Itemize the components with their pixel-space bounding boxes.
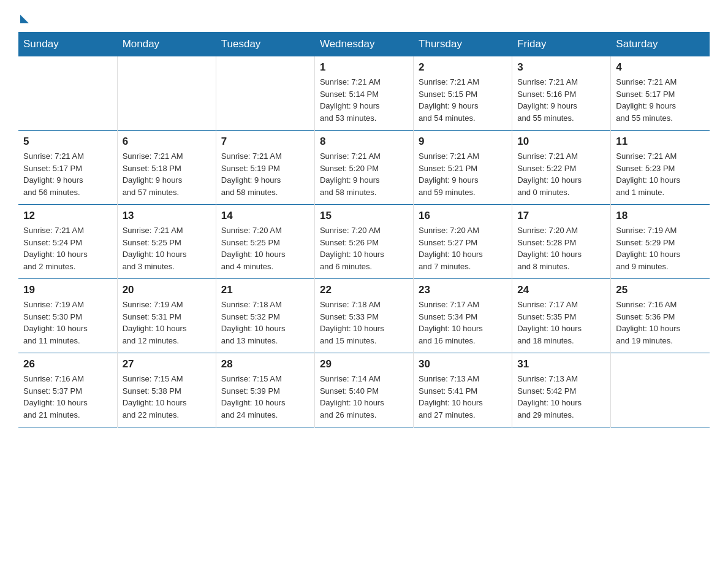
calendar-cell: 8Sunrise: 7:21 AMSunset: 5:20 PMDaylight…	[314, 131, 413, 205]
day-number: 14	[221, 210, 309, 222]
day-number: 30	[419, 358, 507, 370]
day-info: Sunrise: 7:18 AMSunset: 5:32 PMDaylight:…	[221, 299, 309, 347]
day-info: Sunrise: 7:21 AMSunset: 5:22 PMDaylight:…	[517, 150, 605, 198]
day-number: 18	[616, 210, 705, 222]
calendar-table: SundayMondayTuesdayWednesdayThursdayFrid…	[18, 32, 710, 427]
day-info: Sunrise: 7:21 AMSunset: 5:17 PMDaylight:…	[616, 76, 705, 124]
logo-arrow-icon	[20, 15, 29, 23]
day-info: Sunrise: 7:19 AMSunset: 5:30 PMDaylight:…	[23, 299, 112, 347]
day-info: Sunrise: 7:20 AMSunset: 5:27 PMDaylight:…	[419, 224, 507, 272]
calendar-cell: 23Sunrise: 7:17 AMSunset: 5:34 PMDayligh…	[414, 279, 512, 353]
calendar-cell: 2Sunrise: 7:21 AMSunset: 5:15 PMDaylight…	[414, 56, 512, 131]
day-info: Sunrise: 7:18 AMSunset: 5:33 PMDaylight:…	[320, 299, 408, 347]
calendar-cell: 11Sunrise: 7:21 AMSunset: 5:23 PMDayligh…	[611, 131, 710, 205]
day-number: 23	[419, 284, 507, 296]
calendar-cell: 1Sunrise: 7:21 AMSunset: 5:14 PMDaylight…	[314, 56, 413, 131]
calendar-week-2: 5Sunrise: 7:21 AMSunset: 5:17 PMDaylight…	[18, 131, 710, 205]
calendar-week-5: 26Sunrise: 7:16 AMSunset: 5:37 PMDayligh…	[18, 353, 710, 427]
day-number: 21	[221, 284, 309, 296]
day-number: 17	[517, 210, 605, 222]
day-info: Sunrise: 7:14 AMSunset: 5:40 PMDaylight:…	[320, 373, 408, 421]
day-number: 25	[616, 284, 705, 296]
day-info: Sunrise: 7:21 AMSunset: 5:15 PMDaylight:…	[419, 76, 507, 124]
calendar-week-1: 1Sunrise: 7:21 AMSunset: 5:14 PMDaylight…	[18, 56, 710, 131]
calendar-cell: 27Sunrise: 7:15 AMSunset: 5:38 PMDayligh…	[117, 353, 216, 427]
day-info: Sunrise: 7:13 AMSunset: 5:42 PMDaylight:…	[517, 373, 605, 421]
day-info: Sunrise: 7:21 AMSunset: 5:23 PMDaylight:…	[616, 150, 705, 198]
calendar-cell: 31Sunrise: 7:13 AMSunset: 5:42 PMDayligh…	[512, 353, 611, 427]
calendar-cell: 9Sunrise: 7:21 AMSunset: 5:21 PMDaylight…	[414, 131, 512, 205]
calendar-cell: 22Sunrise: 7:18 AMSunset: 5:33 PMDayligh…	[314, 279, 413, 353]
day-info: Sunrise: 7:20 AMSunset: 5:28 PMDaylight:…	[517, 224, 605, 272]
calendar-cell: 3Sunrise: 7:21 AMSunset: 5:16 PMDaylight…	[512, 56, 611, 131]
calendar-cell: 10Sunrise: 7:21 AMSunset: 5:22 PMDayligh…	[512, 131, 611, 205]
day-number: 7	[221, 136, 309, 148]
day-number: 27	[123, 358, 211, 370]
column-header-sunday: Sunday	[18, 32, 117, 56]
calendar-cell: 14Sunrise: 7:20 AMSunset: 5:25 PMDayligh…	[216, 205, 314, 279]
calendar-cell: 29Sunrise: 7:14 AMSunset: 5:40 PMDayligh…	[314, 353, 413, 427]
day-number: 16	[419, 210, 507, 222]
calendar-cell: 30Sunrise: 7:13 AMSunset: 5:41 PMDayligh…	[414, 353, 512, 427]
day-number: 2	[419, 61, 507, 74]
day-number: 9	[419, 136, 507, 148]
column-header-friday: Friday	[512, 32, 611, 56]
column-header-wednesday: Wednesday	[314, 32, 413, 56]
calendar-cell: 18Sunrise: 7:19 AMSunset: 5:29 PMDayligh…	[611, 205, 710, 279]
calendar-cell: 24Sunrise: 7:17 AMSunset: 5:35 PMDayligh…	[512, 279, 611, 353]
calendar-week-3: 12Sunrise: 7:21 AMSunset: 5:24 PMDayligh…	[18, 205, 710, 279]
calendar-cell: 4Sunrise: 7:21 AMSunset: 5:17 PMDaylight…	[611, 56, 710, 131]
day-number: 6	[123, 136, 211, 148]
day-number: 13	[123, 210, 211, 222]
day-number: 10	[517, 136, 605, 148]
calendar-cell: 28Sunrise: 7:15 AMSunset: 5:39 PMDayligh…	[216, 353, 314, 427]
calendar-cell: 12Sunrise: 7:21 AMSunset: 5:24 PMDayligh…	[18, 205, 117, 279]
day-info: Sunrise: 7:21 AMSunset: 5:19 PMDaylight:…	[221, 150, 309, 198]
column-header-thursday: Thursday	[414, 32, 512, 56]
day-number: 20	[123, 284, 211, 296]
column-header-tuesday: Tuesday	[216, 32, 314, 56]
day-number: 11	[616, 136, 705, 148]
day-number: 15	[320, 210, 408, 222]
calendar-cell: 6Sunrise: 7:21 AMSunset: 5:18 PMDaylight…	[117, 131, 216, 205]
day-number: 4	[616, 61, 705, 74]
column-header-monday: Monday	[117, 32, 216, 56]
calendar-cell: 5Sunrise: 7:21 AMSunset: 5:17 PMDaylight…	[18, 131, 117, 205]
page-header	[18, 12, 710, 21]
day-number: 8	[320, 136, 408, 148]
calendar-cell	[216, 56, 314, 131]
calendar-cell	[18, 56, 117, 131]
day-info: Sunrise: 7:15 AMSunset: 5:39 PMDaylight:…	[221, 373, 309, 421]
day-info: Sunrise: 7:19 AMSunset: 5:29 PMDaylight:…	[616, 224, 705, 272]
day-info: Sunrise: 7:17 AMSunset: 5:35 PMDaylight:…	[517, 299, 605, 347]
calendar-cell: 19Sunrise: 7:19 AMSunset: 5:30 PMDayligh…	[18, 279, 117, 353]
day-number: 19	[23, 284, 112, 296]
calendar-cell: 17Sunrise: 7:20 AMSunset: 5:28 PMDayligh…	[512, 205, 611, 279]
column-header-saturday: Saturday	[611, 32, 710, 56]
day-info: Sunrise: 7:17 AMSunset: 5:34 PMDaylight:…	[419, 299, 507, 347]
day-number: 31	[517, 358, 605, 370]
day-number: 1	[320, 61, 408, 74]
day-number: 24	[517, 284, 605, 296]
day-info: Sunrise: 7:16 AMSunset: 5:36 PMDaylight:…	[616, 299, 705, 347]
calendar-cell: 20Sunrise: 7:19 AMSunset: 5:31 PMDayligh…	[117, 279, 216, 353]
calendar-cell: 15Sunrise: 7:20 AMSunset: 5:26 PMDayligh…	[314, 205, 413, 279]
calendar-cell: 13Sunrise: 7:21 AMSunset: 5:25 PMDayligh…	[117, 205, 216, 279]
day-info: Sunrise: 7:21 AMSunset: 5:16 PMDaylight:…	[517, 76, 605, 124]
day-info: Sunrise: 7:21 AMSunset: 5:24 PMDaylight:…	[23, 224, 112, 272]
day-info: Sunrise: 7:21 AMSunset: 5:21 PMDaylight:…	[419, 150, 507, 198]
calendar-cell: 25Sunrise: 7:16 AMSunset: 5:36 PMDayligh…	[611, 279, 710, 353]
day-info: Sunrise: 7:13 AMSunset: 5:41 PMDaylight:…	[419, 373, 507, 421]
day-number: 3	[517, 61, 605, 74]
day-number: 5	[23, 136, 112, 148]
day-info: Sunrise: 7:20 AMSunset: 5:26 PMDaylight:…	[320, 224, 408, 272]
day-number: 28	[221, 358, 309, 370]
day-number: 22	[320, 284, 408, 296]
day-info: Sunrise: 7:15 AMSunset: 5:38 PMDaylight:…	[123, 373, 211, 421]
day-info: Sunrise: 7:21 AMSunset: 5:25 PMDaylight:…	[123, 224, 211, 272]
day-number: 29	[320, 358, 408, 370]
day-info: Sunrise: 7:21 AMSunset: 5:20 PMDaylight:…	[320, 150, 408, 198]
day-info: Sunrise: 7:21 AMSunset: 5:18 PMDaylight:…	[123, 150, 211, 198]
day-info: Sunrise: 7:20 AMSunset: 5:25 PMDaylight:…	[221, 224, 309, 272]
day-info: Sunrise: 7:19 AMSunset: 5:31 PMDaylight:…	[123, 299, 211, 347]
